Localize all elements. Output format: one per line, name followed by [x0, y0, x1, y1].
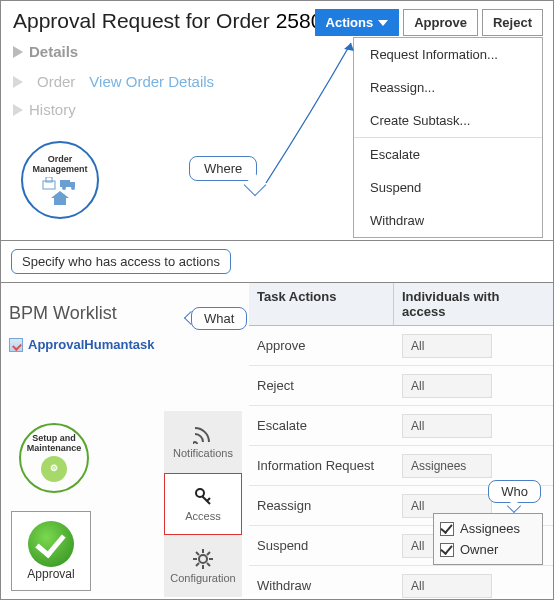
expand-icon: [13, 46, 23, 58]
access-note: Specify who has access to actions: [11, 249, 231, 274]
access-checkbox-popup: Assignees Owner: [433, 513, 543, 565]
details-label: Details: [29, 43, 78, 60]
col-task-actions: Task Actions: [249, 283, 394, 325]
page-title: Approval Request for Order 258093: [13, 9, 346, 33]
menu-suspend[interactable]: Suspend: [354, 171, 542, 204]
gear-icon: [193, 549, 213, 569]
checkbox-icon: [440, 522, 454, 536]
svg-point-9: [199, 555, 207, 563]
access-field[interactable]: All: [402, 334, 492, 358]
view-order-details-link[interactable]: View Order Details: [89, 73, 214, 90]
cell-action: Reject: [249, 378, 394, 393]
setup-maintenance-icon[interactable]: Setup and Maintenance ⚙: [19, 423, 89, 493]
actions-label: Actions: [326, 15, 374, 30]
expand-icon: [13, 76, 23, 88]
col-individuals: Individuals with access: [394, 283, 553, 325]
approval-label: Approval: [27, 567, 74, 581]
table-row: RejectAll: [249, 366, 553, 406]
order-management-icon[interactable]: Order Management: [21, 141, 99, 219]
cell-action: Approve: [249, 338, 394, 353]
svg-line-16: [196, 563, 199, 566]
tab-access[interactable]: Access: [164, 473, 242, 535]
gears-icon: ⚙: [41, 456, 67, 482]
action-bar: Actions Approve Reject: [315, 9, 543, 36]
order-label: Order: [37, 73, 75, 90]
tab-notifications-label: Notifications: [173, 447, 233, 459]
chevron-down-icon: [378, 20, 388, 26]
access-field[interactable]: All: [402, 414, 492, 438]
approve-button[interactable]: Approve: [403, 9, 478, 36]
table-row: ApproveAll: [249, 326, 553, 366]
cell-action: Information Request: [249, 458, 394, 473]
cell-action: Withdraw: [249, 578, 394, 593]
tab-configuration-label: Configuration: [170, 572, 235, 584]
tab-notifications[interactable]: Notifications: [164, 411, 242, 473]
checkbox-label: Owner: [460, 542, 498, 557]
callout-what: What: [191, 307, 247, 330]
actions-dropdown-button[interactable]: Actions: [315, 9, 400, 36]
table-header: Task Actions Individuals with access: [249, 283, 553, 326]
actions-menu: Request Information... Reassign... Creat…: [353, 37, 543, 238]
config-vertical-tabs: Notifications Access Configuration: [164, 411, 242, 597]
tab-configuration[interactable]: Configuration: [164, 535, 242, 597]
access-field[interactable]: Assignees: [402, 454, 492, 478]
svg-line-15: [207, 563, 210, 566]
approval-tile[interactable]: Approval: [11, 511, 91, 591]
cell-action: Escalate: [249, 418, 394, 433]
svg-point-5: [71, 186, 75, 190]
svg-rect-2: [60, 180, 70, 187]
checkbox-assignees[interactable]: Assignees: [440, 518, 536, 539]
human-task-link[interactable]: ApprovalHumantask: [9, 337, 154, 352]
checkbox-owner[interactable]: Owner: [440, 539, 536, 560]
rss-icon: [193, 426, 213, 444]
svg-point-4: [62, 186, 66, 190]
reject-button[interactable]: Reject: [482, 9, 543, 36]
menu-reassign[interactable]: Reassign...: [354, 71, 542, 104]
svg-line-17: [207, 552, 210, 555]
svg-line-14: [196, 552, 199, 555]
access-field[interactable]: All: [402, 574, 492, 598]
menu-create-subtask[interactable]: Create Subtask...: [354, 104, 542, 137]
title-prefix: Approval Request for Order: [13, 9, 270, 32]
checkbox-icon: [440, 543, 454, 557]
section-history[interactable]: History: [13, 101, 76, 118]
house-icon: [51, 191, 69, 205]
table-row: WithdrawAll: [249, 566, 553, 600]
section-details[interactable]: Details: [13, 43, 78, 60]
checkbox-label: Assignees: [460, 521, 520, 536]
access-field[interactable]: All: [402, 374, 492, 398]
checkmark-icon: [28, 521, 74, 567]
key-icon: [193, 487, 213, 507]
task-link-label: ApprovalHumantask: [28, 337, 154, 352]
setup-label: Setup and Maintenance: [27, 434, 82, 454]
expand-icon: [13, 104, 23, 116]
svg-marker-6: [51, 191, 69, 205]
callout-where: Where: [189, 156, 257, 181]
order-management-label: Order Management: [32, 155, 87, 175]
bpm-worklist-title: BPM Worklist: [9, 303, 117, 324]
cell-action: Reassign: [249, 498, 394, 513]
menu-withdraw[interactable]: Withdraw: [354, 204, 542, 237]
logistics-icon: [42, 177, 78, 191]
tab-access-label: Access: [185, 510, 220, 522]
task-icon: [9, 338, 23, 352]
menu-request-information[interactable]: Request Information...: [354, 38, 542, 71]
cell-action: Suspend: [249, 538, 394, 553]
table-row: EscalateAll: [249, 406, 553, 446]
approval-request-panel: Approval Request for Order 258093 Detail…: [1, 1, 553, 241]
menu-escalate[interactable]: Escalate: [354, 137, 542, 171]
worklist-panel: BPM Worklist ApprovalHumantask What Noti…: [1, 283, 553, 595]
history-label: History: [29, 101, 76, 118]
mid-strip: Specify who has access to actions: [1, 241, 553, 283]
section-order: Order View Order Details: [13, 73, 214, 90]
